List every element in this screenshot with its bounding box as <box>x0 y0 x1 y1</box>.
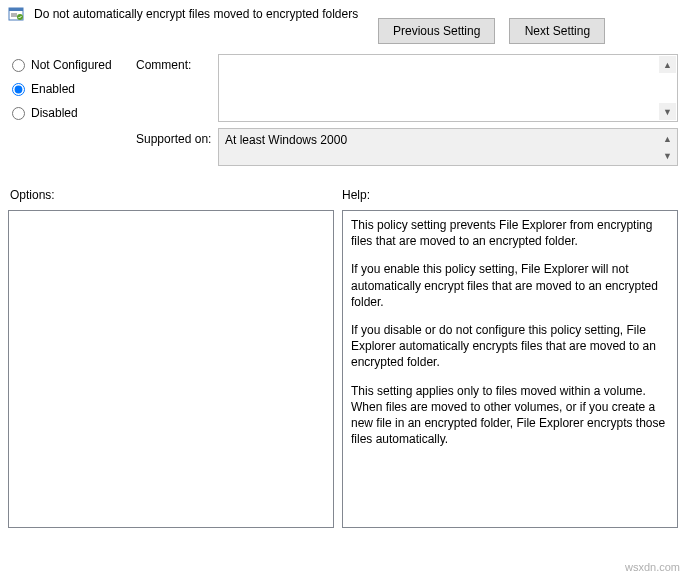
state-radio-group: Not Configured Enabled Disabled <box>8 54 136 172</box>
scroll-down-icon[interactable]: ▼ <box>659 103 676 120</box>
scroll-down-icon[interactable]: ▼ <box>659 147 676 164</box>
radio-disabled[interactable]: Disabled <box>12 106 136 120</box>
help-paragraph: This setting applies only to files moved… <box>351 383 669 448</box>
svg-rect-1 <box>9 8 23 11</box>
help-paragraph: If you enable this policy setting, File … <box>351 261 669 310</box>
supported-on-value: At least Windows 2000 <box>225 133 347 147</box>
radio-disabled-label: Disabled <box>31 106 78 120</box>
help-panel: This policy setting prevents File Explor… <box>342 210 678 528</box>
scroll-up-icon[interactable]: ▲ <box>659 130 676 147</box>
policy-title: Do not automatically encrypt files moved… <box>32 7 358 21</box>
previous-setting-button[interactable]: Previous Setting <box>378 18 495 44</box>
radio-not-configured-label: Not Configured <box>31 58 112 72</box>
help-paragraph: This policy setting prevents File Explor… <box>351 217 669 249</box>
policy-icon <box>8 6 24 22</box>
radio-enabled-label: Enabled <box>31 82 75 96</box>
options-section-label: Options: <box>8 188 342 202</box>
supported-on-box: At least Windows 2000 ▲ ▼ <box>218 128 678 166</box>
comment-textarea[interactable]: ▲ ▼ <box>218 54 678 122</box>
scroll-up-icon[interactable]: ▲ <box>659 56 676 73</box>
help-paragraph: If you disable or do not configure this … <box>351 322 669 371</box>
next-setting-button[interactable]: Next Setting <box>509 18 605 44</box>
comment-label: Comment: <box>136 54 218 122</box>
options-panel <box>8 210 334 528</box>
radio-not-configured[interactable]: Not Configured <box>12 58 136 72</box>
help-section-label: Help: <box>342 188 370 202</box>
radio-enabled-input[interactable] <box>12 83 25 96</box>
radio-enabled[interactable]: Enabled <box>12 82 136 96</box>
radio-disabled-input[interactable] <box>12 107 25 120</box>
supported-on-label: Supported on: <box>136 128 218 166</box>
radio-not-configured-input[interactable] <box>12 59 25 72</box>
watermark: wsxdn.com <box>625 561 680 573</box>
